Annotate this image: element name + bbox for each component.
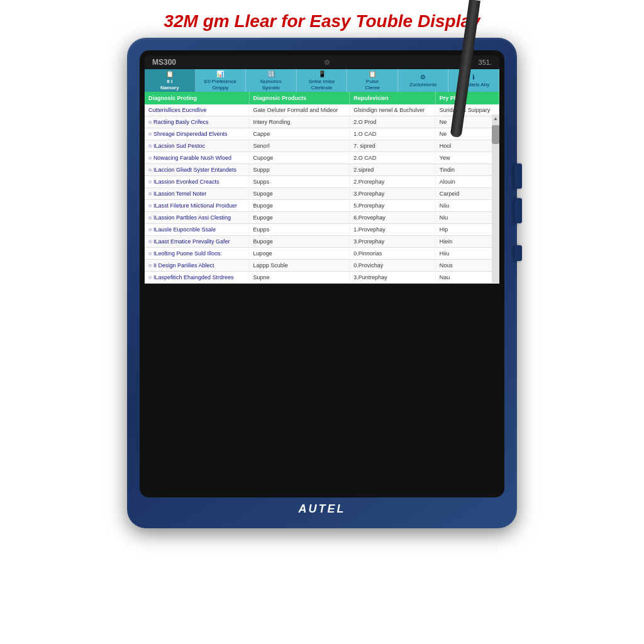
table-cell-1-0: ○ Ractiing Basly Crifecs: [145, 116, 249, 128]
tab-zuct-icon: ⚙: [420, 74, 426, 81]
side-btn-menu[interactable]: [514, 245, 522, 261]
table-cell-4-0: ○ Nowacing Farable Nush Wloed: [145, 152, 249, 164]
table-cell-12-3: Hiiu: [435, 248, 499, 260]
table-container: Diagnosic Proting Diagnosic Products Rep…: [145, 92, 499, 284]
table-cell-2-3: Ne: [435, 128, 499, 140]
tab-preference[interactable]: 📊 E0 Preference Gmppy: [196, 69, 247, 92]
table-cell-3-0: ○ ILacsion Sud Pestoc: [145, 140, 249, 152]
page-wrapper: 32M gm Llear for Easy Touble Display MS3…: [0, 0, 644, 644]
table-cell-4-1: Cupoge: [249, 152, 350, 164]
battery-indicator: 351.: [479, 58, 492, 66]
data-table: Diagnosic Proting Diagnosic Products Rep…: [145, 92, 499, 284]
table-row[interactable]: ○ ILasst Fileture Miictional ProiduerBup…: [145, 200, 499, 212]
table-cell-10-1: Eupps: [249, 224, 350, 236]
table-cell-7-1: Supoge: [249, 188, 350, 200]
table-cell-6-2: 2.Prorephay: [350, 176, 435, 188]
scroll-arrow-up[interactable]: ▲: [492, 114, 499, 122]
table-cell-9-3: Niu: [435, 212, 499, 224]
table-row[interactable]: ○ ILaast Ematice Prevality GaferBupoge3.…: [145, 236, 499, 248]
table-cell-7-2: 3.Prorephay: [350, 188, 435, 200]
tab-preference-icon: 📊: [216, 70, 224, 78]
table-cell-11-2: 3.Prorephay: [350, 236, 435, 248]
model-label: MS300: [152, 58, 176, 67]
col-header-1: Diagnosic Proting: [145, 92, 249, 104]
table-cell-2-1: Cappe: [249, 128, 350, 140]
tab-engine[interactable]: 📱 Snlne Imise Clertinsle: [297, 69, 348, 92]
table-cell-8-2: 5.Prorephay: [350, 200, 435, 212]
table-row[interactable]: ○ Ractiing Basly CrifecsIntery Ronding2.…: [145, 116, 499, 128]
table-cell-2-2: 1.O CAD: [350, 128, 435, 140]
tab-pulse-icon: 📋: [369, 70, 376, 78]
tab-pulse[interactable]: 📋 Pulse Cleree: [347, 69, 398, 92]
table-row[interactable]: ○ ILausle Eupocnble SsaleEupps1.Provepha…: [145, 224, 499, 236]
scrollbar[interactable]: ▲ ▼: [492, 114, 499, 284]
table-cell-5-1: Suppp: [249, 164, 350, 176]
tab-pref-label2: Gmppy: [212, 85, 228, 91]
tab-pulse-label2: Cleree: [365, 85, 380, 91]
table-cell-1-3: Ne: [435, 116, 499, 128]
table-row[interactable]: ○ ILassion Temel NoterSupoge3.ProrephayC…: [145, 188, 499, 200]
table-cell-7-0: ○ ILassion Temel Noter: [145, 188, 249, 200]
side-btn-down[interactable]: [514, 198, 522, 223]
table-row[interactable]: ○ ILaspefitich Ehaingded StrdreesSupne3.…: [145, 272, 499, 284]
table-row[interactable]: ○ ILeolting Puone Suld Illoos:Lupoge0.Pi…: [145, 248, 499, 260]
tab-numorics[interactable]: 🔢 Numorics Sysratic: [246, 69, 297, 92]
screen-bezel: MS300 351. 📋 8 I Namory 📊 E0 Preference: [140, 50, 504, 497]
table-row[interactable]: ○ ILassion Partbles Assi ClestingEupoge6…: [145, 212, 499, 224]
table-cell-3-2: 7. sipred: [350, 140, 435, 152]
side-btn-up[interactable]: [514, 164, 522, 189]
tab-namory-label2: Namory: [160, 85, 179, 91]
table-cell-13-1: Lappp Scuble: [249, 260, 350, 272]
scrollbar-thumb[interactable]: [492, 125, 499, 144]
tab-zuct-label: Zuctomionis: [409, 82, 436, 88]
table-cell-6-1: Supps: [249, 176, 350, 188]
tab-pref-label1: E0 Preference: [204, 79, 236, 85]
tab-pulse-label1: Pulse: [366, 79, 379, 85]
table-cell-14-0: ○ ILaspefitich Ehaingded Strdrees: [145, 272, 249, 284]
table-row[interactable]: ○ ILacsion Sud PestocSenorl7. sipredHool: [145, 140, 499, 152]
table-cell-8-0: ○ ILasst Fileture Miictional Proiduer: [145, 200, 249, 212]
table-cell-1-1: Intery Ronding: [249, 116, 350, 128]
table-row[interactable]: ○ ILassion Evonked CreactsSupps2.Proreph…: [145, 176, 499, 188]
table-row[interactable]: Cutterisllices EucndliveGate Oeluter For…: [145, 104, 499, 116]
tab-bar: 📋 8 I Namory 📊 E0 Preference Gmppy 🔢 Num…: [145, 69, 499, 92]
col-header-3: Repulevicien: [350, 92, 435, 104]
tab-zuctomionis[interactable]: ⚙ Zuctomionis: [398, 69, 449, 92]
table-cell-7-3: Carpeid: [435, 188, 499, 200]
table-cell-5-0: ○ ILaccion Gliwdt Syster Entandets: [145, 164, 249, 176]
camera: [325, 60, 330, 65]
table-cell-1-2: 2.O Prod: [350, 116, 435, 128]
page-title: 32M gm Llear for Easy Touble Display: [164, 11, 480, 31]
table-cell-10-2: 1.Provephay: [350, 224, 435, 236]
table-row[interactable]: ○ Shreage Dirsperedad ElventsCappe1.O CA…: [145, 128, 499, 140]
tab-eng-label1: Snlne Imise: [309, 79, 335, 85]
table-cell-14-2: 3.Puntrephay: [350, 272, 435, 284]
table-cell-0-0: Cutterisllices Eucndlive: [145, 104, 249, 116]
table-cell-10-3: Hip: [435, 224, 499, 236]
tab-namory[interactable]: 📋 8 I Namory: [145, 69, 196, 92]
side-buttons-right: [514, 164, 522, 261]
table-cell-12-1: Lupoge: [249, 248, 350, 260]
table-cell-3-1: Senorl: [249, 140, 350, 152]
table-cell-14-3: Nau: [435, 272, 499, 284]
table-row[interactable]: ○ ILaccion Gliwdt Syster EntandetsSuppp2…: [145, 164, 499, 176]
tab-eng-label2: Clertinsle: [311, 85, 332, 91]
table-cell-6-3: Alouin: [435, 176, 499, 188]
screen-top-bar: MS300 351.: [145, 55, 499, 69]
tab-namory-icon: 📋: [166, 70, 174, 78]
tab-num-icon: 🔢: [267, 70, 275, 78]
table-cell-9-2: 6.Provephay: [350, 212, 435, 224]
tab-eng-icon: 📱: [318, 70, 326, 78]
table-cell-10-0: ○ ILausle Eupocnble Ssale: [145, 224, 249, 236]
table-cell-8-1: Bupoge: [249, 200, 350, 212]
table-row[interactable]: ○ Nowacing Farable Nush WloedCupoge2.O C…: [145, 152, 499, 164]
table-cell-11-0: ○ ILaast Ematice Prevality Gafer: [145, 236, 249, 248]
tab-frun-icon: ℹ: [472, 74, 475, 81]
table-cell-11-3: Hiein: [435, 236, 499, 248]
col-header-2: Diagnosic Products: [249, 92, 350, 104]
table-cell-13-2: 0.Provichay: [350, 260, 435, 272]
brand-logo: AUTEL: [299, 502, 346, 516]
table-cell-12-0: ○ ILeolting Puone Suld Illoos:: [145, 248, 249, 260]
table-row[interactable]: ○ II Design Pariilies AblectLappp Scuble…: [145, 260, 499, 272]
table-cell-5-2: 2.sipred: [350, 164, 435, 176]
